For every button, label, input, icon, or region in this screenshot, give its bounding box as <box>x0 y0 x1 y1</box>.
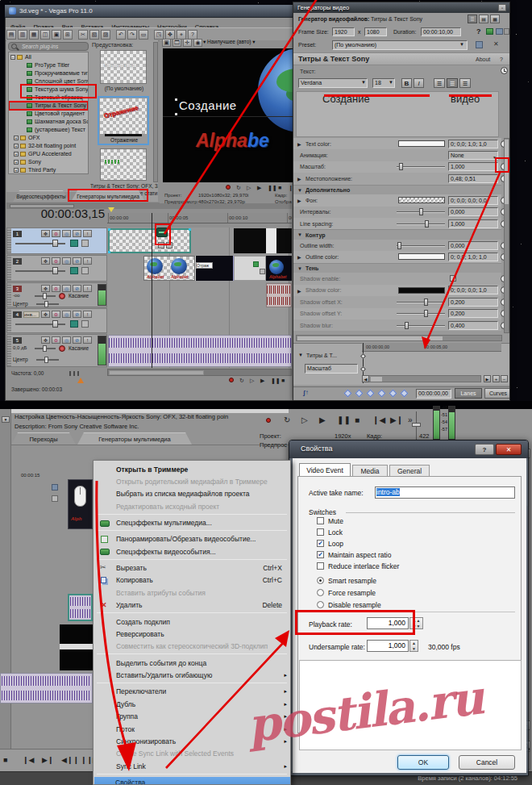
video-clip-black[interactable] <box>234 228 266 253</box>
radio-smart-resample[interactable] <box>317 577 324 584</box>
track-button[interactable]: ◎ <box>62 336 71 344</box>
slider-handle[interactable] <box>424 299 428 306</box>
playback-rate-input[interactable]: 1,000 <box>367 617 409 629</box>
property-row[interactable]: Outline width:0,000 <box>293 240 501 251</box>
sync-cursor-icon[interactable]: ʃ↑ <box>303 389 309 396</box>
toolbar-icon[interactable]: ✂ <box>78 30 88 40</box>
toolbar-icon[interactable]: ↷ <box>127 30 137 40</box>
property-row[interactable]: Shadow offset Y:0,200 <box>293 308 501 319</box>
keyframe-nav-button[interactable] <box>344 390 352 398</box>
slider-handle[interactable] <box>419 208 423 215</box>
menu-item[interactable]: Свойства... <box>94 777 291 785</box>
row-expand-icon[interactable]: ▶ <box>297 176 301 182</box>
tree-item[interactable]: −All <box>9 53 88 61</box>
track-level-slider-handle[interactable] <box>52 320 58 328</box>
track-button[interactable]: ✥ <box>41 311 50 318</box>
step-back-button[interactable]: ◀❙❙ <box>61 755 79 765</box>
radio-force-resample[interactable] <box>317 589 324 596</box>
track-button[interactable]: ! <box>83 257 92 265</box>
track-button[interactable]: ✥ <box>41 257 50 265</box>
kf-hscroll-thumb[interactable] <box>371 377 382 382</box>
property-value-box[interactable]: 1,000 <box>448 219 498 228</box>
color-swatch[interactable] <box>398 140 445 147</box>
about-link[interactable]: About <box>476 56 490 62</box>
kf-track-expander[interactable]: ▼ <box>298 353 303 357</box>
track-button[interactable]: ! <box>83 336 92 344</box>
help-icon[interactable]: ? <box>476 27 481 35</box>
tree-item[interactable]: Титры & Текст Sony <box>9 102 88 110</box>
tree-expander[interactable]: + <box>14 136 19 140</box>
tree-folder[interactable]: +32-bit floating point <box>9 142 88 150</box>
knob-icon[interactable] <box>59 345 65 352</box>
clip-handle-dot[interactable] <box>108 251 110 253</box>
event-icon-small[interactable] <box>166 242 172 248</box>
property-row[interactable]: ▶Фон:0; 0,0; 0,0; 0,0 <box>293 194 501 206</box>
curves-button[interactable]: Curves <box>484 388 510 399</box>
playback-rate-spinner[interactable]: ▲▲▼▼ <box>409 617 423 629</box>
section-collapse-icon[interactable]: ▼ <box>297 266 302 271</box>
preview-toolbar-icon[interactable]: ◉ <box>193 39 202 47</box>
preview-quality-dropdown[interactable]: ▾ Наилучшее (авто) ▾ <box>203 39 256 45</box>
track-button[interactable]: ! <box>83 230 92 237</box>
black-clip[interactable] <box>60 624 93 644</box>
row-expand-icon[interactable]: ▶ <box>297 141 301 147</box>
property-row[interactable]: Line spacing:1,000 <box>293 218 501 229</box>
radio-disable-resample[interactable] <box>317 601 324 608</box>
preview-toolbar-icon[interactable]: ▣ <box>162 39 171 47</box>
text-keyframe-clock-icon[interactable] <box>501 67 508 74</box>
keyframe-nav-button[interactable] <box>355 390 364 398</box>
property-section-header[interactable]: ▼Дополнительно <box>293 185 501 195</box>
toolbar-icon[interactable]: ↶ <box>116 30 126 40</box>
text-handle[interactable] <box>175 98 177 101</box>
track-level-slider-handle[interactable] <box>52 267 58 274</box>
color-swatch[interactable] <box>398 197 445 203</box>
dialog-dock-button[interactable]: ▫ <box>498 4 506 11</box>
property-section-header[interactable]: ▼Тень <box>293 263 501 273</box>
property-value-box[interactable]: 0,000 <box>448 241 498 250</box>
playhead[interactable] <box>152 213 152 368</box>
color-swatch[interactable] <box>398 253 445 260</box>
checkbox-mute[interactable] <box>317 517 324 524</box>
slider-track[interactable] <box>397 325 445 327</box>
video-clip-black[interactable] <box>276 228 292 253</box>
loop-button[interactable]: ↻ <box>239 377 244 385</box>
align-left-button[interactable]: ☰ <box>434 78 445 88</box>
property-value-box[interactable]: 0,48; 0,51 <box>448 174 498 183</box>
play-button[interactable]: ▶ <box>319 415 326 425</box>
track-header[interactable]: 5✥⚙◎⊘!0,0 дБКасание▾Центр <box>6 334 107 367</box>
pause-button[interactable]: ❚❚ <box>271 377 281 385</box>
play-button[interactable]: ▶ <box>257 184 261 192</box>
toolbar-icon[interactable]: ▨ <box>101 30 110 40</box>
keyframe-nav-button[interactable] <box>389 390 397 398</box>
clip-handle-dot[interactable] <box>189 228 191 231</box>
stop-button[interactable]: ■ <box>278 184 281 192</box>
track-motion-icon[interactable] <box>81 240 89 247</box>
property-value-box[interactable]: 0; 0,0; 1,0; 1,0 <box>448 253 498 261</box>
property-value-box[interactable]: 0; 0,0; 1,0; 1,0 <box>448 140 498 148</box>
property-checkbox[interactable] <box>450 275 456 282</box>
menu-item[interactable]: КопироватьCtrl+C <box>95 574 290 587</box>
slider-handle[interactable] <box>425 220 429 228</box>
menu-item[interactable]: Создать подклип <box>95 616 290 628</box>
property-value-box[interactable]: 0,000 <box>448 207 498 216</box>
tree-expander[interactable]: + <box>14 168 19 173</box>
tree-expander[interactable]: + <box>14 144 19 148</box>
tree-item[interactable]: Сплошной цвет Sony <box>9 77 88 86</box>
preview-overlay-text[interactable]: Создание <box>179 98 237 112</box>
tree-folder[interactable]: +OFX <box>9 134 88 142</box>
tree-item[interactable]: (устаревшее) Текст <box>9 126 88 134</box>
undersample-spinner[interactable]: ▲▼ <box>409 640 418 652</box>
tree-item[interactable]: Шахматная доска So <box>9 118 88 126</box>
lanes-button[interactable]: Lanes <box>455 388 482 399</box>
loop-button[interactable]: ↻ <box>284 415 290 425</box>
row-expand-icon[interactable]: ▶ <box>297 254 301 260</box>
preset-scrollbar[interactable] <box>153 42 158 182</box>
align-right-button[interactable]: ☰ <box>459 78 471 88</box>
dropdown-arrow-icon[interactable]: ▼ <box>493 153 497 160</box>
title-event-clip[interactable] <box>108 228 191 253</box>
clip-pan-icon[interactable] <box>260 269 265 274</box>
property-value-box[interactable]: 0,200 <box>448 309 498 318</box>
track-drag-handle[interactable] <box>7 228 11 253</box>
checkbox-lock[interactable] <box>317 528 324 536</box>
track-header[interactable]: 3✥⚙◎⊘!-ооКасание▾Центр <box>6 282 107 307</box>
